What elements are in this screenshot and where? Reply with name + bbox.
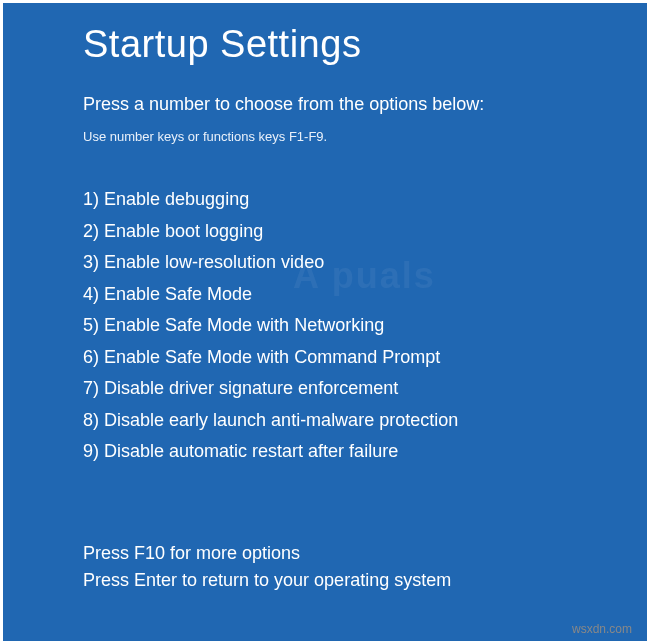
site-watermark: wsxdn.com [572,622,632,636]
option-4[interactable]: 4) Enable Safe Mode [83,279,647,311]
option-6[interactable]: 6) Enable Safe Mode with Command Prompt [83,342,647,374]
options-list: 1) Enable debugging 2) Enable boot loggi… [83,184,647,468]
option-5[interactable]: 5) Enable Safe Mode with Networking [83,310,647,342]
footer-enter: Press Enter to return to your operating … [83,567,647,595]
option-8[interactable]: 8) Disable early launch anti-malware pro… [83,405,647,437]
hint-text: Use number keys or functions keys F1-F9. [83,129,647,144]
option-9[interactable]: 9) Disable automatic restart after failu… [83,436,647,468]
option-2[interactable]: 2) Enable boot logging [83,216,647,248]
option-7[interactable]: 7) Disable driver signature enforcement [83,373,647,405]
option-1[interactable]: 1) Enable debugging [83,184,647,216]
option-3[interactable]: 3) Enable low-resolution video [83,247,647,279]
page-title: Startup Settings [83,23,647,66]
startup-settings-screen: A puals Startup Settings Press a number … [3,3,647,641]
footer-more-options: Press F10 for more options [83,540,647,568]
subtitle-text: Press a number to choose from the option… [83,94,647,115]
